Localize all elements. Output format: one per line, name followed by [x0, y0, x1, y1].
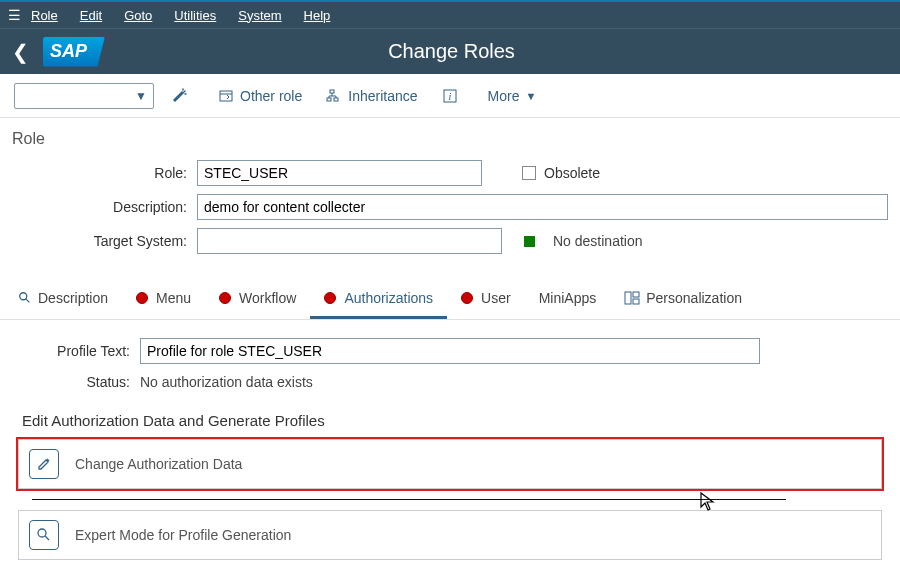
tab-strip: Description Menu Workflow Authorizations…	[0, 280, 900, 320]
svg-rect-3	[334, 98, 338, 101]
menu-bar: ☰ Role Edit Goto Utilities System Help	[0, 0, 900, 28]
tab-description[interactable]: Description	[4, 280, 122, 319]
menu-system[interactable]: System	[238, 8, 281, 23]
inheritance-label: Inheritance	[348, 88, 417, 104]
profile-text-input[interactable]	[140, 338, 760, 364]
menu-edit[interactable]: Edit	[80, 8, 102, 23]
svg-text:i: i	[448, 91, 451, 102]
svg-rect-1	[330, 90, 334, 93]
expert-mode-label: Expert Mode for Profile Generation	[75, 527, 291, 543]
tab-menu-label: Menu	[156, 290, 191, 306]
tab-user[interactable]: User	[447, 280, 525, 319]
tab-menu[interactable]: Menu	[122, 280, 205, 319]
divider	[32, 499, 786, 500]
target-system-input[interactable]	[197, 228, 502, 254]
svg-rect-0	[220, 91, 232, 101]
other-role-button[interactable]: Other role	[218, 88, 302, 104]
profile-text-label: Profile Text:	[18, 343, 140, 359]
menu-role[interactable]: Role	[31, 8, 58, 23]
toolbar: ▼ Other role Inheritance i More ▼	[0, 74, 900, 118]
menu-utilities[interactable]: Utilities	[174, 8, 216, 23]
back-button[interactable]: ❮	[12, 40, 29, 64]
svg-rect-2	[327, 98, 331, 101]
search-icon	[29, 520, 59, 550]
other-role-icon	[218, 88, 234, 104]
authorizations-panel: Profile Text: Status: No authorization d…	[0, 320, 900, 560]
destination-status-text: No destination	[553, 233, 643, 249]
svg-line-12	[45, 536, 49, 540]
description-field-label: Description:	[12, 199, 197, 215]
change-authorization-data-label: Change Authorization Data	[75, 456, 242, 472]
svg-rect-8	[625, 292, 631, 304]
chevron-down-icon: ▼	[525, 90, 536, 102]
svg-point-6	[20, 293, 27, 300]
more-button[interactable]: More ▼	[488, 88, 537, 104]
menu-goto[interactable]: Goto	[124, 8, 152, 23]
svg-line-7	[26, 299, 30, 303]
personalization-icon	[624, 291, 640, 305]
destination-status-icon	[524, 236, 535, 247]
status-led-icon	[219, 292, 231, 304]
edit-auth-subheading: Edit Authorization Data and Generate Pro…	[22, 412, 882, 429]
role-form: Role: Obsolete Description: Target Syste…	[0, 154, 900, 280]
tab-personalization[interactable]: Personalization	[610, 280, 756, 319]
target-system-label: Target System:	[12, 233, 197, 249]
section-role-label: Role	[0, 118, 900, 154]
status-value: No authorization data exists	[140, 374, 313, 390]
info-icon: i	[442, 88, 458, 104]
status-label: Status:	[18, 374, 140, 390]
tab-miniapps-label: MiniApps	[539, 290, 597, 306]
page-title: Change Roles	[105, 40, 798, 63]
tab-personalization-label: Personalization	[646, 290, 742, 306]
role-field-label: Role:	[12, 165, 197, 181]
more-label: More	[488, 88, 520, 104]
tab-authorizations-label: Authorizations	[344, 290, 433, 306]
wand-icon	[172, 88, 188, 104]
obsolete-label: Obsolete	[544, 165, 600, 181]
tab-user-label: User	[481, 290, 511, 306]
tab-miniapps[interactable]: MiniApps	[525, 280, 611, 319]
svg-rect-9	[633, 292, 639, 297]
hamburger-icon[interactable]: ☰	[8, 7, 21, 23]
svg-rect-10	[633, 299, 639, 304]
sap-logo: SAP	[43, 37, 105, 67]
pencil-icon	[29, 449, 59, 479]
status-led-icon	[461, 292, 473, 304]
change-authorization-data-button[interactable]: Change Authorization Data	[18, 439, 882, 489]
role-combo[interactable]: ▼	[14, 83, 154, 109]
chevron-down-icon: ▼	[135, 89, 147, 103]
other-role-label: Other role	[240, 88, 302, 104]
info-button[interactable]: i	[442, 88, 464, 104]
tab-workflow[interactable]: Workflow	[205, 280, 310, 319]
inheritance-icon	[326, 88, 342, 104]
tab-workflow-label: Workflow	[239, 290, 296, 306]
obsolete-checkbox[interactable]	[522, 166, 536, 180]
svg-point-11	[38, 529, 46, 537]
search-icon	[18, 291, 32, 305]
status-led-icon	[324, 292, 336, 304]
tab-description-label: Description	[38, 290, 108, 306]
header-bar: ❮ SAP Change Roles	[0, 28, 900, 74]
inheritance-button[interactable]: Inheritance	[326, 88, 417, 104]
wand-button[interactable]	[172, 88, 194, 104]
role-input[interactable]	[197, 160, 482, 186]
menu-help[interactable]: Help	[304, 8, 331, 23]
description-input[interactable]	[197, 194, 888, 220]
expert-mode-button[interactable]: Expert Mode for Profile Generation	[18, 510, 882, 560]
status-led-icon	[136, 292, 148, 304]
tab-authorizations[interactable]: Authorizations	[310, 280, 447, 319]
